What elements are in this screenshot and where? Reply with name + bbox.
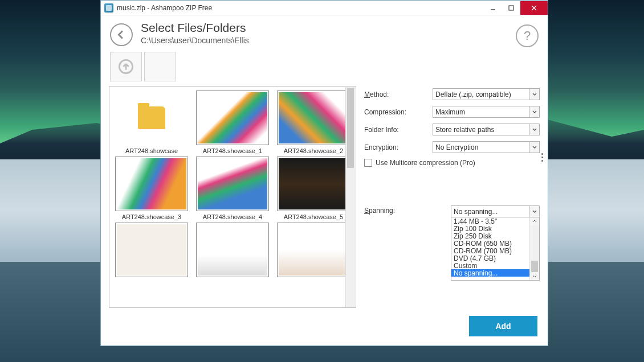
file-scrollbar[interactable]: [345, 87, 355, 307]
page-title: Select Files/Folders: [141, 21, 508, 35]
file-label: ART248.showcase_5: [284, 213, 343, 220]
close-button[interactable]: [520, 1, 548, 15]
chevron-down-icon: [529, 106, 539, 117]
scroll-thumb[interactable]: [531, 261, 538, 272]
spanning-option[interactable]: 1.44 MB - 3.5": [451, 217, 529, 225]
spanning-option[interactable]: DVD (4.7 GB): [451, 254, 529, 262]
thumbnail-image: [198, 92, 267, 143]
file-item[interactable]: ART248.showcase_1: [193, 90, 272, 154]
file-label: ART248.showcase_4: [203, 213, 262, 220]
file-label: ART248.showcase: [125, 147, 178, 154]
spanning-listbox[interactable]: 1.44 MB - 3.5"Zip 100 DiskZip 250 DiskCD…: [451, 217, 540, 281]
window-title: music.zip - Ashampoo ZIP Free: [117, 4, 484, 12]
file-item[interactable]: ART248.showcase_5: [274, 157, 353, 220]
encryption-value: No Encryption: [435, 143, 478, 151]
compression-label: Compression:: [364, 108, 433, 116]
thumbnail-image: [279, 92, 348, 143]
svg-rect-1: [509, 6, 513, 10]
file-item[interactable]: ART248.showcase_4: [193, 157, 272, 220]
file-item[interactable]: ART248.showcase_2: [274, 90, 353, 154]
thumbnail-image: [198, 158, 267, 209]
file-label: ART248.showcase_2: [284, 147, 343, 154]
thumbnail: [115, 157, 188, 211]
thumbnail-image: [117, 158, 186, 209]
options-panel: Method: Deflate (.zip, compatible) Compr…: [364, 86, 540, 308]
scroll-down-icon[interactable]: [530, 272, 539, 280]
compression-value: Maximum: [435, 108, 465, 116]
folderinfo-select[interactable]: Store relative paths: [433, 124, 540, 135]
folder-icon: [138, 106, 165, 129]
maximize-button[interactable]: [502, 1, 520, 15]
file-item[interactable]: [193, 223, 272, 277]
thumbnail: [196, 223, 269, 277]
thumbnail: [277, 223, 350, 277]
spanning-option[interactable]: Zip 250 Disk: [451, 232, 529, 240]
titlebar[interactable]: music.zip - Ashampoo ZIP Free: [101, 1, 548, 15]
add-label: Add: [495, 322, 511, 331]
app-window: music.zip - Ashampoo ZIP Free Select Fil…: [100, 0, 548, 346]
thumbnail: [115, 90, 188, 145]
file-label: ART248.showcase_3: [122, 213, 181, 220]
help-button[interactable]: ?: [516, 24, 539, 47]
thumbnail-image: [198, 224, 267, 275]
multicore-label: Use Multicore compression (Pro): [376, 159, 475, 167]
method-select[interactable]: Deflate (.zip, compatible): [433, 88, 540, 100]
spanning-select[interactable]: No spanning...: [451, 205, 540, 217]
file-item[interactable]: ART248.showcase: [112, 90, 191, 154]
file-item[interactable]: [274, 223, 353, 277]
thumbnail-image: [117, 224, 186, 275]
file-item[interactable]: [112, 223, 191, 277]
spanning-option[interactable]: No spanning...: [451, 269, 529, 277]
folderinfo-label: Folder Info:: [364, 126, 433, 134]
spanning-value: No spanning...: [454, 208, 498, 216]
spanning-option[interactable]: CD-ROM (700 MB): [451, 247, 529, 254]
spanning-option[interactable]: Zip 100 Disk: [451, 225, 529, 232]
grid-view-button[interactable]: [144, 52, 176, 81]
thumbnail-image: [279, 224, 348, 275]
file-item[interactable]: ART248.showcase_3: [112, 157, 191, 220]
multicore-checkbox[interactable]: [364, 159, 372, 167]
listbox-scrollbar[interactable]: [529, 217, 539, 280]
spanning-option[interactable]: Custom: [451, 262, 529, 269]
minimize-button[interactable]: [484, 1, 502, 15]
current-path: C:\Users\user\Documents\Ellis: [141, 36, 508, 45]
more-menu-icon[interactable]: [541, 153, 543, 162]
thumbnail: [277, 157, 350, 211]
file-label: ART248.showcase_1: [203, 147, 262, 154]
chevron-down-icon: [529, 124, 539, 135]
chevron-down-icon: [529, 206, 539, 217]
method-label: Method:: [364, 90, 433, 98]
spanning-option[interactable]: CD-ROM (650 MB): [451, 240, 529, 247]
encryption-label: Encryption:: [364, 143, 433, 151]
thumbnail: [196, 90, 269, 145]
compression-select[interactable]: Maximum: [433, 106, 540, 118]
file-browser: ART248.showcaseART248.showcase_1ART248.s…: [109, 86, 356, 308]
app-icon: [104, 3, 113, 13]
thumbnail: [277, 90, 350, 145]
scroll-thumb[interactable]: [347, 88, 354, 168]
encryption-select[interactable]: No Encryption: [433, 141, 540, 153]
go-up-button[interactable]: [110, 52, 142, 81]
method-value: Deflate (.zip, compatible): [435, 90, 511, 98]
folderinfo-value: Store relative paths: [435, 126, 494, 134]
thumbnail: [115, 223, 188, 277]
scroll-up-icon[interactable]: [530, 217, 539, 225]
add-button[interactable]: Add: [469, 316, 537, 336]
back-button[interactable]: [110, 23, 133, 46]
chevron-down-icon: [529, 89, 539, 100]
chevron-down-icon: [529, 142, 539, 153]
thumbnail-image: [279, 158, 348, 209]
thumbnail: [196, 157, 269, 211]
spanning-label: Spanning:: [364, 205, 451, 281]
